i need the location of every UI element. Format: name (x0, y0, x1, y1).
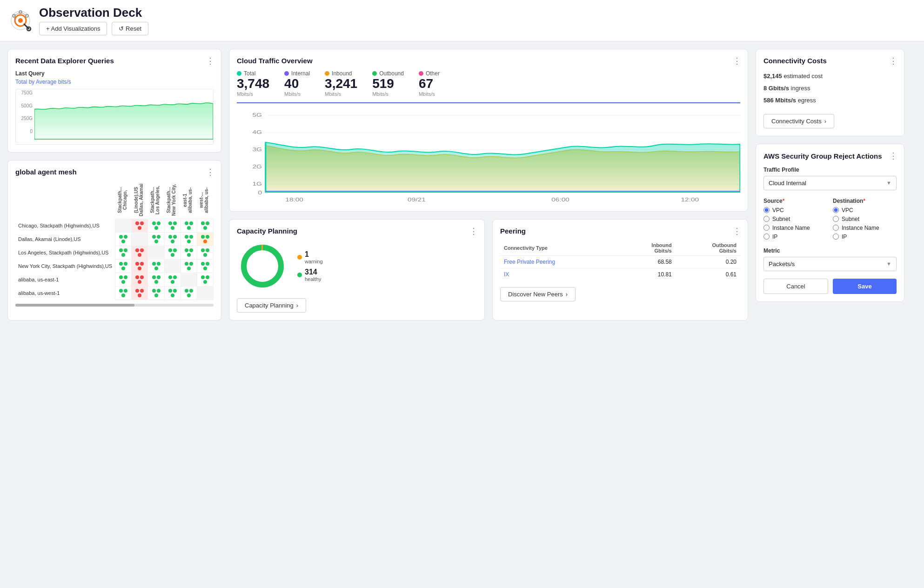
mesh-header-empty (15, 181, 115, 219)
table-row: Free Private Peering 68.58 0.20 (500, 255, 740, 268)
costs-menu[interactable]: ⋮ (889, 56, 897, 66)
ix-link[interactable]: IX (504, 271, 509, 278)
source-section: Source* VPC Subnet Instance Name (763, 192, 827, 242)
save-button[interactable]: Save (833, 279, 897, 294)
dest-instance-option[interactable]: Instance Name (833, 225, 897, 231)
aws-title: AWS Security Group Reject Actions (763, 152, 897, 161)
internal-unit: Mbits/s (284, 91, 310, 97)
mesh-cell (148, 273, 164, 286)
mesh-cell (164, 286, 181, 300)
mesh-col-dallas: Dallas, Akamai (Linode),US (132, 181, 148, 219)
mesh-cell (148, 246, 164, 259)
capacity-menu[interactable]: ⋮ (469, 226, 478, 236)
other-unit: Mbits/s (419, 91, 440, 97)
source-radio-group: VPC Subnet Instance Name IP (763, 207, 827, 240)
mesh-table-wrap[interactable]: Chicago, Stackpath... Dallas, Akamai (Li… (15, 181, 214, 300)
free-peering-link[interactable]: Free Private Peering (504, 259, 555, 265)
mesh-cell (148, 232, 164, 246)
source-vpc-option[interactable]: VPC (763, 207, 827, 214)
reset-button[interactable]: ↺ Reset (112, 22, 148, 35)
mesh-col-alibaba-east: alibaba, us-east-1 (181, 181, 197, 219)
col-outbound: OutboundGbits/s (676, 241, 740, 256)
dest-subnet-option[interactable]: Subnet (833, 216, 897, 222)
aws-menu[interactable]: ⋮ (889, 151, 897, 161)
source-subnet-option[interactable]: Subnet (763, 216, 827, 222)
total-dot (237, 71, 241, 76)
capacity-title: Capacity Planning (237, 227, 477, 235)
mesh-cell (181, 259, 197, 273)
dest-ip-option[interactable]: IP (833, 234, 897, 240)
top-bar: Observation Deck + Add Visualizations ↺ … (0, 0, 924, 41)
source-ip-radio[interactable] (763, 234, 770, 240)
healthy-legend: 314 healthy (297, 268, 323, 282)
middle-column: Cloud Traffic Overview ⋮ Total 3,748 Mbi… (229, 49, 748, 321)
estimated-cost: $2,145 estimated cost (763, 70, 897, 82)
traffic-profile-label: Traffic Profile (763, 167, 897, 173)
dest-subnet-radio[interactable] (833, 216, 839, 222)
mesh-cell (164, 259, 181, 273)
table-row: Chicago, Stackpath (Highwinds),US (15, 219, 214, 232)
mesh-col-la: Los Angeles, Stackpath... (148, 181, 164, 219)
svg-text:12:00: 12:00 (681, 197, 699, 203)
mesh-cell (115, 273, 132, 286)
peering-outbound: 0.20 (676, 255, 740, 268)
discover-peers-button[interactable]: Discover New Peers › (500, 287, 576, 301)
metric-dropdown[interactable]: Packets/s ▼ (763, 257, 897, 271)
query-link[interactable]: Total by Average bits/s (15, 79, 214, 85)
dest-ip-radio[interactable] (833, 234, 839, 240)
dest-vpc-option[interactable]: VPC (833, 207, 897, 214)
row-label: Dallas, Akamai (Linode),US (15, 232, 115, 246)
healthy-count: 314 (305, 268, 321, 276)
cancel-button[interactable]: Cancel (763, 279, 828, 294)
healthy-dot (297, 273, 302, 277)
destination-label: Destination* (833, 198, 897, 204)
connectivity-costs-link-button[interactable]: Connectivity Costs › (763, 114, 834, 128)
cloud-traffic-menu[interactable]: ⋮ (733, 56, 741, 66)
dest-instance-radio[interactable] (833, 225, 839, 231)
recent-queries-menu[interactable]: ⋮ (206, 56, 214, 66)
donut-chart (237, 241, 288, 292)
table-row: New York City, Stackpath (Highwinds),US (15, 259, 214, 273)
mid-bottom: Capacity Planning ⋮ 1 w (229, 219, 748, 321)
other-dot (419, 71, 423, 76)
y-axis: 750G 500G 250G 0 (16, 89, 33, 135)
source-instance-radio[interactable] (763, 225, 770, 231)
source-ip-option[interactable]: IP (763, 234, 827, 240)
mesh-cell (164, 273, 181, 286)
capacity-planning-link[interactable]: Capacity Planning › (237, 298, 306, 313)
mesh-cell (115, 286, 132, 300)
peering-inbound: 68.58 (619, 255, 676, 268)
action-buttons: Cancel Save (763, 279, 897, 294)
total-value: 3,748 (237, 77, 269, 91)
traffic-profile-dropdown[interactable]: Cloud Internal ▼ (763, 176, 897, 190)
svg-point-2 (18, 18, 23, 23)
warning-count: 1 (305, 250, 323, 259)
add-visualizations-button[interactable]: + Add Visualizations (39, 22, 107, 35)
mesh-cell (181, 246, 197, 259)
donut-legend: 1 warning 314 healthy (297, 250, 323, 282)
mesh-menu[interactable]: ⋮ (206, 167, 214, 177)
left-column: Recent Data Explorer Queries ⋮ Last Quer… (7, 49, 221, 321)
dest-vpc-radio[interactable] (833, 207, 839, 213)
costs-info: $2,145 estimated cost 8 Gbits/s ingress … (763, 70, 897, 107)
peering-type: IX (500, 268, 619, 281)
warning-dot (297, 255, 302, 260)
horizontal-scrollbar[interactable] (15, 304, 214, 307)
inbound-value: 3,241 (325, 77, 357, 91)
connectivity-costs-card: Connectivity Costs ⋮ $2,145 estimated co… (756, 49, 904, 136)
source-instance-option[interactable]: Instance Name (763, 225, 827, 231)
source-subnet-radio[interactable] (763, 216, 770, 222)
mesh-cell (181, 286, 197, 300)
peering-menu[interactable]: ⋮ (733, 226, 741, 236)
other-value: 67 (419, 77, 440, 91)
col-type: Connectivity Type (500, 241, 619, 256)
source-vpc-radio[interactable] (763, 207, 770, 213)
traffic-metrics: Total 3,748 Mbits/s Internal 40 Mbits/s (237, 70, 740, 103)
warning-label: warning (305, 259, 323, 264)
outbound-unit: Mbits/s (372, 91, 404, 97)
peering-table: Connectivity Type InboundGbits/s Outboun… (500, 241, 740, 281)
peering-title: Peering (500, 227, 740, 235)
svg-text:5G: 5G (253, 113, 262, 118)
mesh-cell (181, 273, 197, 286)
right-column: Connectivity Costs ⋮ $2,145 estimated co… (756, 49, 904, 321)
